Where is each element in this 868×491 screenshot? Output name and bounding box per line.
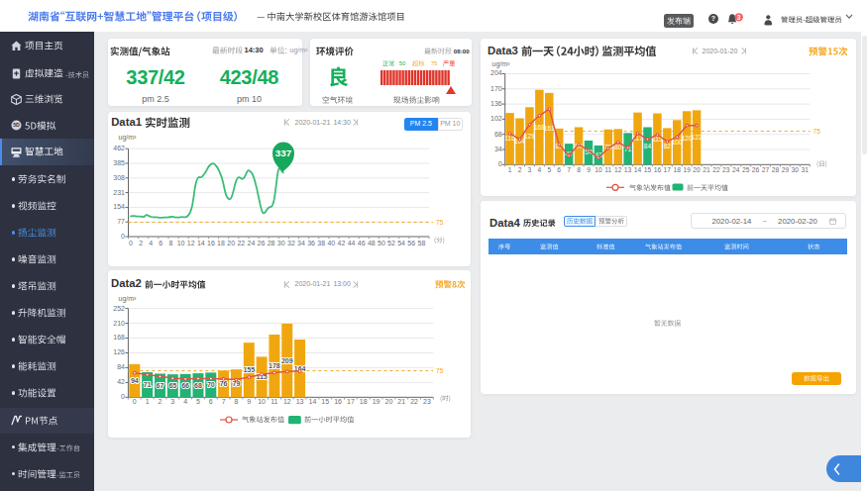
svg-text:?: ? <box>711 15 715 22</box>
svg-text:5D: 5D <box>13 122 20 128</box>
svg-text:3: 3 <box>737 14 741 21</box>
